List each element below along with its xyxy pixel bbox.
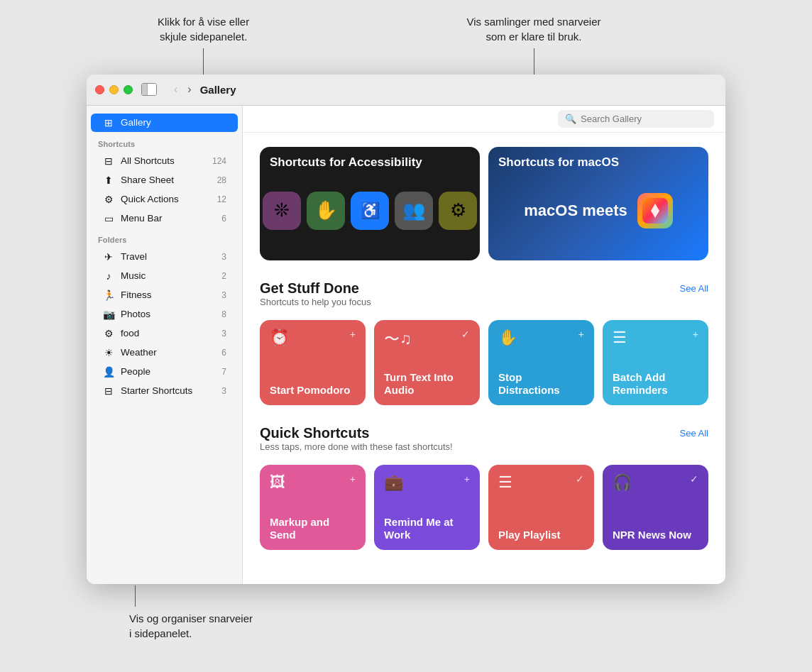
photos-label: Photos xyxy=(121,309,221,319)
quick-shortcuts-title-block: Quick Shortcuts Less taps, more done wit… xyxy=(260,425,453,462)
search-box[interactable]: 🔍 xyxy=(558,110,714,128)
pomodoro-icon: ⏰ xyxy=(270,329,289,347)
get-stuff-done-title: Get Stuff Done xyxy=(260,280,371,297)
close-button[interactable] xyxy=(95,85,104,94)
markup-send-label: Markup and Send xyxy=(270,516,356,541)
remind-me-work-card[interactable]: 💼 + Remind Me at Work xyxy=(374,465,480,550)
maximize-button[interactable] xyxy=(124,85,133,94)
travel-label: Travel xyxy=(121,251,221,262)
sidebar-weather[interactable]: ☀ Weather 6 xyxy=(91,343,238,362)
acc-wheelchair-icon: ♿ xyxy=(351,192,389,230)
sidebar-gallery-label: Gallery xyxy=(121,117,226,128)
gallery-body: Shortcuts for Accessibility ❊ ✋ ♿ 👥 ⚙ xyxy=(243,133,725,584)
sidebar-starter-shortcuts[interactable]: ⊟ Starter Shortcuts 3 xyxy=(91,382,238,400)
sidebar-food[interactable]: ⚙ food 3 xyxy=(91,324,238,343)
people-count: 7 xyxy=(221,367,226,377)
weather-label: Weather xyxy=(121,347,221,358)
turn-text-audio-card[interactable]: 〜♫ ✓ Turn Text Into Audio xyxy=(374,320,480,405)
stop-distractions-action: + xyxy=(578,329,584,340)
markup-send-icon: 🖼 xyxy=(270,473,285,492)
quick-shortcuts-see-all[interactable]: See All xyxy=(680,428,708,439)
remind-me-work-icon: 💼 xyxy=(384,473,403,492)
music-icon: ♪ xyxy=(102,270,115,282)
text-audio-label: Turn Text Into Audio xyxy=(384,371,470,397)
all-shortcuts-icon: ⊟ xyxy=(102,155,115,167)
share-sheet-count: 28 xyxy=(217,175,226,185)
quick-actions-icon: ⚙ xyxy=(102,194,115,205)
shortcuts-section-header: Shortcuts xyxy=(87,133,242,151)
text-audio-icon: 〜♫ xyxy=(384,329,412,350)
macos-title: Shortcuts for macOS xyxy=(498,155,619,169)
markup-send-card[interactable]: 🖼 + Markup and Send xyxy=(260,465,366,550)
menu-bar-label: Menu Bar xyxy=(121,213,221,224)
sidebar-music[interactable]: ♪ Music 2 xyxy=(91,267,238,285)
minimize-button[interactable] xyxy=(109,85,119,94)
sidebar-fitness[interactable]: 🏃 Fitness 3 xyxy=(91,286,238,304)
gallery: 🔍 Shortcuts for Accessibility ❊ xyxy=(243,106,725,584)
sidebar-gallery[interactable]: ⊞ Gallery xyxy=(91,114,238,132)
sidebar: ⊞ Gallery Shortcuts ⊟ All Shortcuts 124 … xyxy=(87,106,243,584)
get-stuff-done-see-all[interactable]: See All xyxy=(680,283,708,294)
sidebar-toggle-right-panel xyxy=(148,84,156,95)
batch-add-icon: ☰ xyxy=(613,329,627,347)
people-label: People xyxy=(121,366,221,377)
window: ‹ › Gallery ⊞ Gallery Shortcuts ⊟ All Sh… xyxy=(87,75,725,584)
menu-bar-count: 6 xyxy=(221,214,226,224)
sidebar-people[interactable]: 👤 People 7 xyxy=(91,363,238,381)
get-stuff-done-subtitle: Shortcuts to help you focus xyxy=(260,297,371,307)
npr-news-label: NPR News Now xyxy=(613,529,698,541)
npr-news-card[interactable]: 🎧 ✓ NPR News Now xyxy=(603,465,708,550)
play-playlist-card[interactable]: ☰ ✓ Play Playlist xyxy=(488,465,594,550)
quick-actions-label: Quick Actions xyxy=(121,194,217,204)
play-playlist-top: ☰ ✓ xyxy=(498,473,584,492)
sidebar-quick-actions[interactable]: ⚙ Quick Actions 12 xyxy=(91,190,238,209)
quick-shortcuts-subtitle: Less taps, more done with these fast sho… xyxy=(260,441,453,452)
sidebar-photos[interactable]: 📷 Photos 8 xyxy=(91,305,238,324)
people-icon: 👤 xyxy=(102,366,115,378)
remind-me-work-top: 💼 + xyxy=(384,473,470,492)
starter-shortcuts-icon: ⊟ xyxy=(102,385,115,397)
acc-sliders-icon: ⚙ xyxy=(439,192,477,230)
sidebar-menu-bar[interactable]: ▭ Menu Bar 6 xyxy=(91,209,238,228)
fitness-icon: 🏃 xyxy=(102,290,115,301)
batch-add-label: Batch Add Reminders xyxy=(613,371,698,397)
nav-back-button[interactable]: ‹ xyxy=(171,82,180,97)
start-pomodoro-card[interactable]: ⏰ + Start Pomodoro xyxy=(260,320,366,405)
play-playlist-icon: ☰ xyxy=(498,473,512,492)
sidebar-travel[interactable]: ✈ Travel 3 xyxy=(91,248,238,266)
weather-count: 6 xyxy=(221,348,226,358)
share-sheet-label: Share Sheet xyxy=(121,175,217,185)
accessibility-banner[interactable]: Shortcuts for Accessibility ❊ ✋ ♿ 👥 ⚙ xyxy=(260,147,480,260)
acc-snowflake-icon: ❊ xyxy=(263,192,301,230)
play-playlist-label: Play Playlist xyxy=(498,529,584,541)
traffic-lights xyxy=(95,85,133,94)
macos-banner[interactable]: Shortcuts for macOS macOS meets xyxy=(488,147,708,260)
sidebar-toggle-left-panel xyxy=(142,84,148,95)
quick-shortcuts-cards: 🖼 + Markup and Send 💼 + Remind Me at Wor… xyxy=(260,465,708,550)
nav-forward-button[interactable]: › xyxy=(185,82,194,97)
pomodoro-label: Start Pomodoro xyxy=(270,384,356,397)
acc-hand-icon: ✋ xyxy=(307,192,345,230)
menu-bar-icon: ▭ xyxy=(102,213,115,224)
sidebar-all-shortcuts[interactable]: ⊟ All Shortcuts 124 xyxy=(91,152,238,170)
stop-distractions-icon: ✋ xyxy=(498,329,517,347)
app-container: Klikk for å vise eller skjule sidepanele… xyxy=(87,75,725,584)
get-stuff-done-header: Get Stuff Done Shortcuts to help you foc… xyxy=(260,280,708,317)
music-label: Music xyxy=(121,270,221,281)
sidebar-share-sheet[interactable]: ⬆ Share Sheet 28 xyxy=(91,171,238,189)
starter-shortcuts-count: 3 xyxy=(221,386,226,396)
folders-section-header: Folders xyxy=(87,228,242,247)
search-input[interactable] xyxy=(581,114,707,124)
callout-bottom: Vis og organiser snarveier i sidepanelet… xyxy=(129,585,253,641)
travel-count: 3 xyxy=(221,252,226,262)
gallery-toolbar: 🔍 xyxy=(243,106,725,133)
starter-shortcuts-label: Starter Shortcuts xyxy=(121,385,221,396)
food-count: 3 xyxy=(221,329,226,338)
batch-add-reminders-card[interactable]: ☰ + Batch Add Reminders xyxy=(603,320,708,405)
quick-actions-count: 12 xyxy=(217,194,226,204)
sidebar-toggle-button[interactable] xyxy=(141,83,157,96)
remind-me-work-action: + xyxy=(464,473,470,485)
music-count: 2 xyxy=(221,271,226,281)
quick-shortcuts-header: Quick Shortcuts Less taps, more done wit… xyxy=(260,425,708,462)
stop-distractions-card[interactable]: ✋ + Stop Distractions xyxy=(488,320,594,405)
